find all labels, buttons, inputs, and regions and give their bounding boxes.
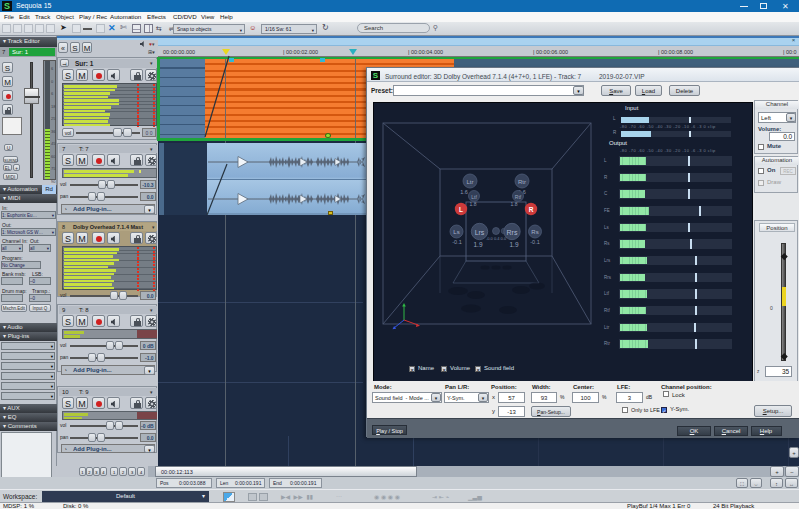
svg-text:1.6: 1.6 <box>460 189 468 195</box>
svg-text:Rtr: Rtr <box>518 179 526 185</box>
svg-text:1.8: 1.8 <box>470 201 477 207</box>
svg-text:-0.1: -0.1 <box>530 239 539 245</box>
svg-text:Rrs: Rrs <box>507 229 518 236</box>
svg-text:Ltf: Ltf <box>471 194 477 200</box>
svg-text:-0.0 0.4 0.0: -0.0 0.4 0.0 <box>486 236 507 241</box>
svg-text:1.9: 1.9 <box>473 241 482 248</box>
svg-text:Rs: Rs <box>531 229 538 235</box>
svg-text:L: L <box>459 206 463 213</box>
svg-text:1.9: 1.9 <box>509 241 518 248</box>
svg-text:Lrs: Lrs <box>475 229 485 236</box>
svg-text:Ls: Ls <box>453 229 459 235</box>
svg-text:Rtf: Rtf <box>515 194 522 200</box>
svg-text:Ltr: Ltr <box>466 179 473 185</box>
svg-text:R: R <box>529 206 534 213</box>
svg-text:-0.1: -0.1 <box>452 239 461 245</box>
svg-text:1.8: 1.8 <box>511 201 518 207</box>
